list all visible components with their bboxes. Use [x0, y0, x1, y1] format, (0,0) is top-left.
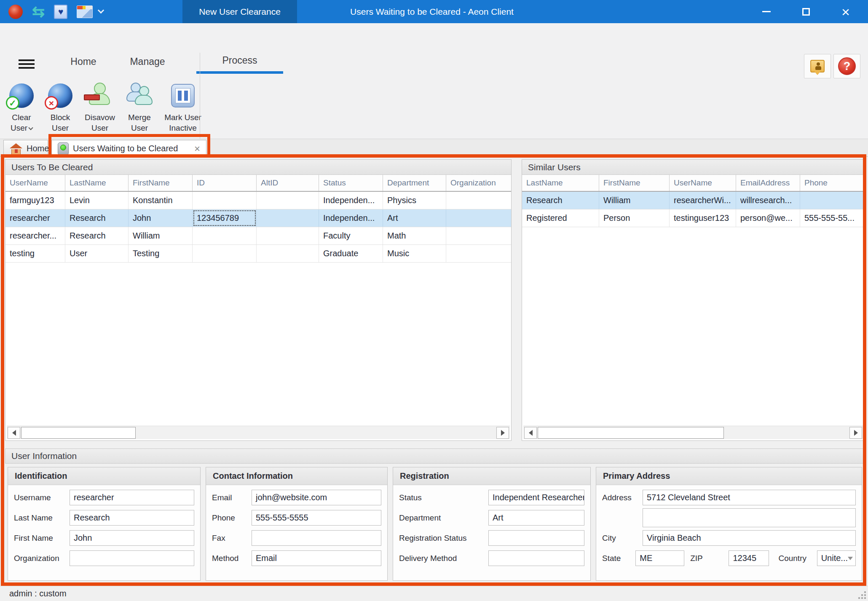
table-row-selected[interactable]: Research William researcherWi... willres… [522, 192, 864, 209]
ribbon-tab-home[interactable]: Home [59, 49, 108, 74]
cell[interactable] [800, 192, 864, 209]
feedback-button[interactable] [804, 54, 831, 78]
cell[interactable]: John [129, 209, 193, 227]
chevron-down-icon[interactable] [98, 7, 104, 14]
cell[interactable]: User [65, 245, 129, 262]
tab-close-icon[interactable]: × [194, 143, 200, 155]
email-field[interactable]: john@website.com [252, 490, 381, 505]
cell[interactable]: Research [65, 227, 129, 244]
column-header[interactable]: UserName [670, 175, 736, 191]
cell[interactable] [257, 192, 319, 209]
cell[interactable]: William [599, 192, 670, 209]
window-properties-icon[interactable] [77, 5, 93, 18]
column-header[interactable]: LastName [65, 175, 129, 191]
cell[interactable] [193, 245, 257, 262]
cell[interactable]: person@we... [736, 209, 800, 227]
cell[interactable]: Research [522, 192, 599, 209]
column-header[interactable]: UserName [5, 175, 65, 191]
cell[interactable]: William [129, 227, 193, 244]
clear-user-button[interactable]: ✓ Clear User [3, 79, 40, 133]
table-row[interactable]: testing User Testing Graduate Music [5, 245, 511, 263]
column-header[interactable]: AltID [257, 175, 319, 191]
cell[interactable]: Levin [65, 192, 129, 209]
scroll-left-button[interactable] [8, 427, 20, 439]
column-header[interactable]: Status [319, 175, 383, 191]
lastname-field[interactable]: Research [70, 510, 194, 526]
cell[interactable]: willresearch... [736, 192, 800, 209]
cell[interactable] [446, 245, 511, 262]
block-user-button[interactable]: × Block User [41, 79, 79, 133]
cell[interactable]: farmguy123 [5, 192, 65, 209]
cell[interactable]: Music [383, 245, 446, 262]
merge-user-button[interactable]: Merge User [121, 79, 158, 133]
cell[interactable] [257, 245, 319, 262]
table-row-selected[interactable]: researcher Research John 123456789 Indep… [5, 209, 511, 227]
address-line1-field[interactable]: 5712 Cleveland Street [643, 490, 856, 505]
cell[interactable] [257, 227, 319, 244]
state-field[interactable]: ME [635, 550, 684, 566]
cell[interactable]: Testing [129, 245, 193, 262]
table-row[interactable]: farmguy123 Levin Konstantin Independen..… [5, 192, 511, 209]
disavow-user-button[interactable]: Disavow User [80, 79, 120, 133]
cell[interactable]: Konstantin [129, 192, 193, 209]
scroll-right-button[interactable] [496, 427, 509, 439]
ribbon-tab-process[interactable]: Process [196, 49, 283, 74]
column-header[interactable]: FirstName [599, 175, 670, 191]
table-row[interactable]: researcher... Research William Faculty M… [5, 227, 511, 245]
column-header[interactable]: EmailAddress [736, 175, 800, 191]
column-header[interactable]: ID [193, 175, 257, 191]
cell-focused[interactable]: 123456789 [193, 209, 257, 227]
resize-grip[interactable] [858, 591, 866, 599]
scroll-thumb[interactable] [21, 427, 136, 439]
delivery-method-field[interactable] [488, 550, 584, 566]
cell[interactable] [446, 192, 511, 209]
cell[interactable] [446, 209, 511, 227]
column-header[interactable]: FirstName [129, 175, 193, 191]
scroll-left-button[interactable] [524, 427, 537, 439]
cell[interactable]: testinguser123 [670, 209, 736, 227]
minimize-button[interactable] [747, 0, 786, 23]
city-field[interactable]: Virginia Beach [643, 530, 856, 546]
cell[interactable]: testing [5, 245, 65, 262]
department-field[interactable]: Art [488, 510, 584, 526]
cell[interactable]: Registered [522, 209, 599, 227]
menu-hamburger-icon[interactable] [19, 59, 35, 69]
zip-field[interactable]: 12345 [729, 550, 769, 566]
scroll-right-button[interactable] [849, 427, 862, 439]
column-header[interactable]: Organization [446, 175, 511, 191]
table-row[interactable]: Registered Person testinguser123 person@… [522, 209, 864, 227]
username-field[interactable]: researcher [70, 490, 194, 505]
cell[interactable]: Faculty [319, 227, 383, 244]
organization-field[interactable] [70, 550, 194, 566]
cell[interactable]: Math [383, 227, 446, 244]
tab-users-waiting[interactable]: Users Waiting to be Cleared × [51, 140, 206, 157]
right-grid-hscrollbar[interactable] [523, 426, 863, 439]
address-line2-field[interactable] [643, 508, 856, 527]
help-button[interactable]: ? [833, 54, 860, 78]
scroll-thumb[interactable] [538, 427, 724, 439]
cell[interactable] [193, 227, 257, 244]
maximize-button[interactable] [786, 0, 826, 23]
column-header[interactable]: Phone [800, 175, 864, 191]
registration-status-field[interactable] [488, 530, 584, 546]
cell[interactable]: 555-555-55... [800, 209, 864, 227]
phone-field[interactable]: 555-555-5555 [252, 510, 381, 526]
close-button[interactable]: × [826, 0, 865, 23]
ribbon-tab-manage[interactable]: Manage [123, 49, 172, 74]
column-header[interactable]: LastName [522, 175, 599, 191]
cell[interactable]: Independen... [319, 209, 383, 227]
cell[interactable]: Person [599, 209, 670, 227]
firstname-field[interactable]: John [70, 530, 194, 546]
left-grid-hscrollbar[interactable] [7, 426, 510, 439]
cell[interactable]: researcher [5, 209, 65, 227]
cell[interactable]: Art [383, 209, 446, 227]
tab-home[interactable]: Home [3, 140, 48, 157]
cell[interactable]: Independen... [319, 192, 383, 209]
cell[interactable]: researcherWi... [670, 192, 736, 209]
titlebar-app-tab[interactable]: New User Clearance [182, 0, 297, 23]
cell[interactable]: Physics [383, 192, 446, 209]
status-field[interactable]: Independent Researcher [488, 490, 584, 505]
cell[interactable]: Research [65, 209, 129, 227]
country-dropdown[interactable]: Unite... [817, 550, 856, 566]
column-header[interactable]: Department [383, 175, 446, 191]
